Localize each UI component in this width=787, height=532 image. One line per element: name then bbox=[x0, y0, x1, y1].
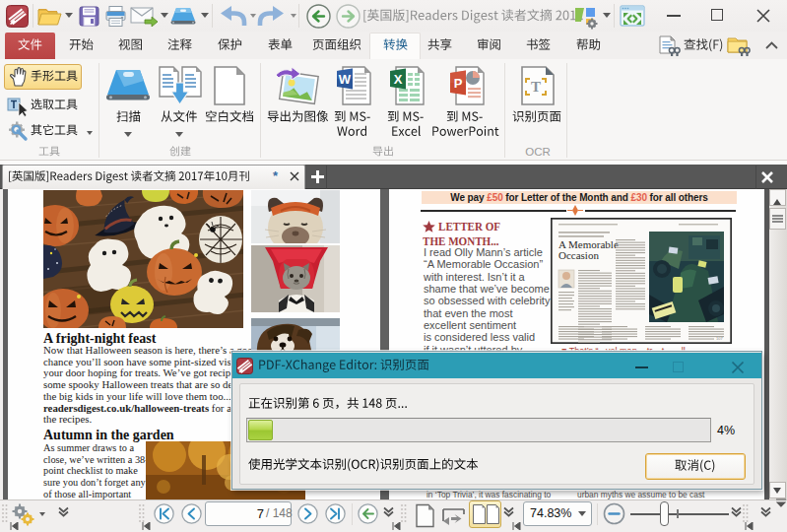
svg-text:P: P bbox=[454, 76, 463, 91]
svg-text:Occasion: Occasion bbox=[558, 249, 599, 261]
svg-text:107: 107 bbox=[716, 336, 723, 341]
svg-text:X: X bbox=[394, 72, 403, 87]
svg-text:W: W bbox=[339, 72, 352, 87]
svg-text:T: T bbox=[531, 79, 541, 95]
